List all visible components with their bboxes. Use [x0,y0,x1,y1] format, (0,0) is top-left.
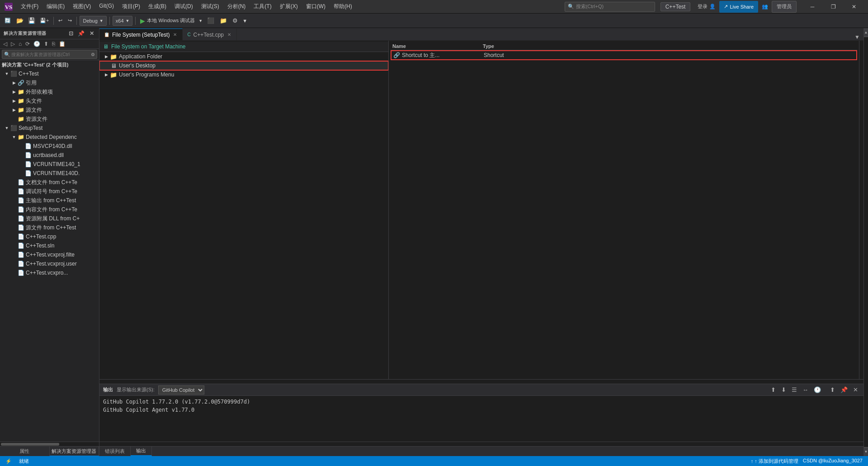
tree-node-setuptest[interactable]: ▼ ⬛ SetupTest [0,124,99,133]
tree-node-ucrt[interactable]: 📄 ucrtbased.dll [0,151,99,160]
tab-filesystem[interactable]: 📋 File System (SetupTest) ✕ [99,29,183,40]
menu-build[interactable]: 生成(B) [145,2,170,11]
toolbar-save-button[interactable]: 💾 [26,15,37,26]
toolbar-open-button[interactable]: 📂 [14,15,25,26]
statusbar-status[interactable]: 就绪 [17,456,31,466]
tree-node-cpptest[interactable]: ▼ ⬛ C++Test [0,69,99,78]
sidebar-settings-icon[interactable]: 📋 [57,40,67,48]
fs-app-folder[interactable]: ▶ 📁 Application Folder [99,52,388,61]
sidebar-search[interactable]: 🔍 ⚙ [2,50,97,59]
statusbar-source-control[interactable]: ⚡ [4,456,14,466]
restore-button[interactable]: ❐ [823,0,844,14]
run-button[interactable]: ▶ 本地 Windows 调试器 [138,16,197,25]
fs-programs[interactable]: ▶ 📁 User's Programs Menu [99,70,388,79]
run-dropdown-button[interactable]: ▼ [198,15,203,26]
sidebar-close-icon[interactable]: ✕ [88,30,96,37]
output-history-icon[interactable]: 🕐 [812,386,823,394]
menu-view[interactable]: 视图(V) [69,2,94,11]
sidebar-refresh-icon[interactable]: ⟳ [24,40,31,48]
menu-analyze[interactable]: 分析(N) [224,2,250,11]
menu-debug[interactable]: 调试(D) [171,2,197,11]
tab-cpp-close[interactable]: ✕ [226,32,232,38]
tab-overflow-button[interactable]: ▼ [851,34,863,40]
output-clear-icon[interactable]: ⬆ [769,386,778,394]
menu-tools[interactable]: 工具(T) [250,2,275,11]
tree-node-content[interactable]: 📄 内容文件 from C++Te [0,205,99,214]
menu-git[interactable]: Git(G) [95,2,118,11]
output-tab-errors[interactable]: 错误列表 [99,447,131,456]
sidebar-back-icon[interactable]: ◁ [2,40,9,48]
menu-file[interactable]: 文件(F) [17,2,42,11]
solution-label[interactable]: 解决方案 'C++Test' (2 个项目) [0,60,99,69]
tree-node-res-dll[interactable]: 📄 资源附属 DLL from C+ [0,214,99,223]
tree-node-refs[interactable]: ▶ 🔗 引用 [0,78,99,87]
output-tab-output[interactable]: 输出 [131,447,152,456]
tree-node-docs[interactable]: 📄 文档文件 from C++Te [0,178,99,187]
fs-desktop[interactable]: 🖥 User's Desktop [99,61,388,70]
tree-node-main-out[interactable]: 📄 主输出 from C++Test [0,196,99,205]
sidebar-sync-icon[interactable]: ⊡ [67,30,75,37]
sidebar-search-settings-icon[interactable]: ⚙ [91,52,95,57]
platform-dropdown[interactable]: x64 ▼ [113,16,133,26]
toolbar-extra-icon1[interactable]: ⚙ [231,15,240,26]
tree-node-detected[interactable]: ▼ 📁 Detected Dependenc [0,133,99,142]
tab-cpp[interactable]: C C++Test.cpp ✕ [183,29,237,40]
toolbar-undo-button[interactable]: ↩ [57,15,64,26]
menu-extensions[interactable]: 扩展(X) [276,2,302,11]
tree-node-debug-sym[interactable]: 📄 调试符号 from C++Te [0,187,99,196]
toolbar-redo-button[interactable]: ↪ [66,15,74,26]
sidebar-tab-solution[interactable]: 解决方案资源管理器 [50,447,99,456]
toolbar-new-button[interactable]: 🔄 [3,15,13,26]
menu-project[interactable]: 项目(P) [118,2,144,11]
output-expand-icon[interactable]: ⬆ [828,386,837,394]
output-filter-icon[interactable]: ☰ [790,386,799,394]
tree-node-src-from[interactable]: 📄 源文件 from C++Test [0,223,99,232]
admin-button[interactable]: 管理员 [772,1,797,13]
tab-filesystem-close[interactable]: ✕ [172,32,178,38]
tree-node-sln[interactable]: 📄 C++Test.sln [0,241,99,250]
sidebar-copy-icon[interactable]: ⎘ [51,40,57,48]
minimize-button[interactable]: ─ [802,0,823,14]
main-vscrollbar[interactable]: ▲ ▼ [863,28,868,456]
menu-edit[interactable]: 编辑(E) [43,2,68,11]
statusbar-add-source[interactable]: ↑ ↑ 添加到源代码管理 [749,458,800,465]
props-row-shortcut[interactable]: 🔗 Shortcut to 主... Shortcut [391,50,857,60]
tree-node-resources[interactable]: 📁 资源文件 [0,114,99,124]
tree-node-filter[interactable]: 📄 C++Test.vcxproj.filte [0,250,99,259]
output-down-icon[interactable]: ⬇ [779,386,788,394]
output-pin-icon[interactable]: 📌 [839,386,849,394]
output-hscrollbar[interactable] [99,442,863,446]
sidebar-home-icon[interactable]: ⌂ [17,40,23,48]
tree-node-user[interactable]: 📄 C++Test.vcxproj.user [0,259,99,268]
sidebar-hscroll-thumb[interactable] [1,443,59,446]
statusbar-csdn[interactable]: CSDN @liuZuoJiang_3027 [801,458,864,463]
tree-node-msvcp[interactable]: 📄 MSVCP140D.dll [0,142,99,151]
liveshare-button[interactable]: ↗ Live Share [719,1,758,13]
tree-node-vcrt2[interactable]: 📄 VCRUNTIME140D. [0,169,99,178]
sidebar-tab-properties[interactable]: 属性 [0,447,50,456]
global-search[interactable]: 🔍 搜索(Ctrl+Q) [565,2,655,12]
output-wrap-icon[interactable]: ↔ [801,386,810,394]
sidebar-search-input[interactable] [11,52,70,57]
sidebar-history-icon[interactable]: 🕐 [32,40,42,48]
menu-test[interactable]: 测试(S) [198,2,223,11]
menu-window[interactable]: 窗口(W) [302,2,329,11]
content-vscrollbar[interactable] [859,41,863,379]
toolbar-stop-icon[interactable]: ⬛ [205,15,216,26]
tree-node-vcrt1[interactable]: 📄 VCRUNTIME140_1 [0,160,99,169]
sidebar-pin-icon[interactable]: 📌 [76,30,86,37]
debug-config-dropdown[interactable]: Debug ▼ [80,16,106,26]
tree-node-extern[interactable]: ▶ 📁 外部依赖项 [0,87,99,96]
tree-node-headers[interactable]: ▶ 📁 头文件 [0,96,99,105]
toolbar-saveall-button[interactable]: 💾+ [38,15,51,26]
people-icon-button[interactable]: 👥 [760,1,770,12]
sidebar-up-icon[interactable]: ⬆ [42,40,50,48]
output-close-icon[interactable]: ✕ [851,386,860,394]
toolbar-extra-icon2[interactable]: ▼ [241,15,249,26]
output-source-select[interactable]: GitHub Copilot [158,385,204,395]
content-hscrollbar[interactable] [99,379,863,384]
tree-node-cpp[interactable]: 📄 C++Test.cpp [0,232,99,241]
sidebar-forward-icon[interactable]: ▷ [9,40,16,48]
login-button[interactable]: 登录 👤 [696,1,717,12]
close-button[interactable]: ✕ [844,0,864,14]
